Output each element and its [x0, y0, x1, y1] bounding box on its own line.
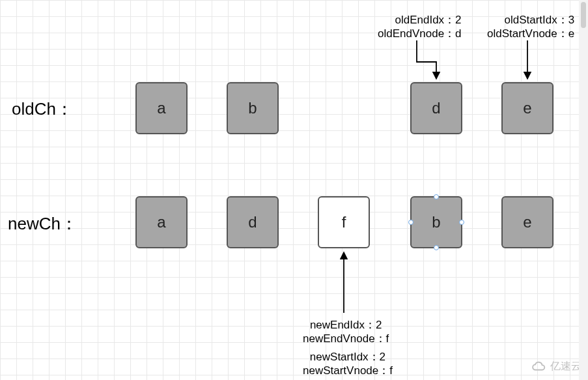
annotation-line: newEndVnode：f — [303, 332, 389, 345]
old-node-a: a — [135, 82, 188, 134]
annotation-line: oldStartIdx：3 — [487, 13, 574, 27]
newch-label: newCh： — [8, 212, 77, 235]
new-node-a: a — [135, 196, 188, 248]
vertical-scrollbar[interactable] — [579, 0, 588, 380]
watermark: 亿速云 — [532, 359, 581, 373]
new-end-annotation: newEndIdx：2 newEndVnode：f — [303, 318, 389, 346]
old-end-annotation: oldEndIdx：2 oldEndVnode：d — [378, 13, 462, 41]
diff-diagram: oldCh： newCh： a b d e a d f b e oldEndId… — [0, 0, 588, 380]
selection-handle-icon[interactable] — [459, 220, 464, 225]
selection-handle-icon[interactable] — [408, 220, 413, 225]
node-label: b — [432, 213, 440, 231]
node-label: a — [157, 213, 165, 231]
new-node-f: f — [318, 196, 370, 248]
annotation-line: oldStartVnode：e — [487, 27, 574, 40]
node-label: d — [248, 213, 257, 231]
new-node-d: d — [227, 196, 279, 248]
selection-handle-icon[interactable] — [434, 245, 439, 250]
annotation-line: newEndIdx：2 — [303, 318, 389, 332]
annotation-line: oldEndVnode：d — [378, 27, 462, 40]
cloud-icon — [532, 359, 546, 373]
new-node-e: e — [501, 196, 553, 248]
annotation-line: newStartVnode：f — [303, 364, 393, 377]
old-node-b: b — [227, 82, 279, 134]
new-node-b-selected[interactable]: b — [410, 196, 462, 248]
node-label: e — [523, 213, 531, 231]
old-node-e: e — [501, 82, 553, 134]
annotation-line: newStartIdx：2 — [303, 350, 393, 364]
old-node-d: d — [410, 82, 462, 134]
node-label: f — [342, 213, 346, 231]
watermark-text: 亿速云 — [550, 360, 581, 373]
annotation-line: oldEndIdx：2 — [378, 13, 462, 27]
arrows-svg — [0, 0, 588, 380]
node-label: a — [157, 99, 165, 117]
node-label: e — [523, 99, 531, 117]
node-label: d — [432, 99, 440, 117]
selection-handle-icon[interactable] — [434, 194, 439, 199]
oldch-label: oldCh： — [12, 98, 73, 121]
old-start-annotation: oldStartIdx：3 oldStartVnode：e — [487, 13, 574, 41]
scrollbar-thumb[interactable] — [581, 2, 586, 28]
new-start-annotation: newStartIdx：2 newStartVnode：f — [303, 350, 393, 378]
node-label: b — [248, 99, 257, 117]
